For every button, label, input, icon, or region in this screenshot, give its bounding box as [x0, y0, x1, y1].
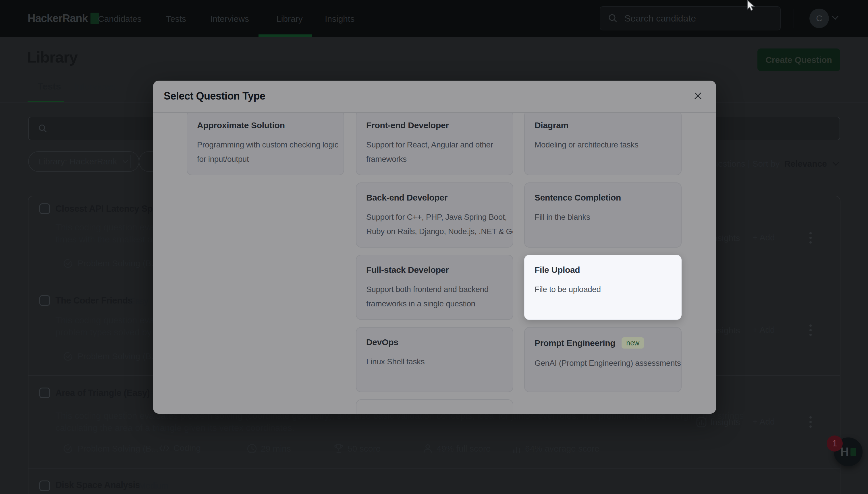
- question-desc-line: This coding question evalua: [55, 315, 166, 326]
- card-desc-line: Linux Shell tasks: [366, 355, 503, 369]
- question-desc-line: calculating the area of a triangle given…: [55, 423, 294, 433]
- nav-item-tests[interactable]: Tests: [166, 14, 186, 24]
- new-badge: new: [621, 337, 644, 348]
- row-divider: [29, 469, 840, 469]
- nav-item-candidates[interactable]: Candidates: [98, 14, 142, 24]
- question-checkbox[interactable]: [39, 480, 50, 491]
- card-title: File Upload: [535, 265, 671, 275]
- card-title: Diagram: [535, 120, 671, 130]
- difficulty-label: Easy: [130, 297, 148, 306]
- card-desc-line: Ruby on Rails, Django, Node.js, .NET & G…: [366, 224, 503, 239]
- card-title: Sentence Completion: [535, 193, 671, 203]
- card-desc-line: Support for React, Angular and other: [366, 138, 503, 152]
- hackerrank-logo[interactable]: HackerRank: [28, 0, 99, 37]
- insights-button[interactable]: Insights: [696, 417, 740, 428]
- question-type-card-file-upload[interactable]: File Upload File to be uploaded: [524, 255, 682, 320]
- card-desc-line: File to be uploaded: [535, 282, 671, 297]
- card-desc-line: Programming with custom checking logic: [197, 138, 334, 152]
- sort-label: Questions | Sort by: [707, 159, 780, 169]
- question-type-card-approximate-solution[interactable]: Approximate Solution Programming with cu…: [187, 113, 344, 175]
- full-score-stat: 49% full score: [422, 443, 491, 454]
- card-desc-line: Fill in the blanks: [535, 210, 671, 224]
- average-score-stat: 64% average score: [512, 443, 599, 454]
- question-type-card-back-end-developer[interactable]: Back-end Developer Support for C++, PHP,…: [356, 183, 513, 248]
- card-title: Back-end Developer: [366, 193, 503, 203]
- question-checkbox[interactable]: [39, 295, 50, 306]
- sort-value-dropdown[interactable]: Relevance: [784, 159, 827, 169]
- difficulty-label: Medium: [139, 481, 168, 491]
- card-title: Prompt Engineering: [535, 338, 615, 348]
- question-type-card-prompt-engineering[interactable]: Prompt Engineering new GenAI (Prompt Eng…: [524, 327, 682, 392]
- nav-divider: [794, 8, 794, 28]
- card-desc-line: Support for C++, PHP, Java Spring Boot,: [366, 210, 503, 224]
- add-button[interactable]: + Add: [753, 325, 775, 335]
- card-desc-line: for input/output: [197, 152, 334, 166]
- question-title[interactable]: The Coder Friends: [55, 296, 133, 306]
- card-desc-line: Modeling or architecture tasks: [535, 138, 671, 152]
- kebab-menu-icon[interactable]: [809, 415, 813, 430]
- library-filter-label: Library: HackerRank: [38, 157, 117, 166]
- tab-tests[interactable]: Tests: [38, 81, 61, 92]
- page-title: Library: [27, 48, 77, 66]
- card-desc-line: GenAI (Prompt Engineering) assessments: [535, 356, 671, 370]
- question-type-card-diagram[interactable]: Diagram Modeling or architecture tasks: [524, 113, 682, 175]
- question-title[interactable]: Area of Triangle (Easy): [55, 388, 150, 398]
- candidate-search-input[interactable]: [624, 13, 773, 24]
- library-filter-dropdown[interactable]: Library: HackerRank: [28, 151, 139, 172]
- nav-item-insights[interactable]: Insights: [325, 14, 355, 24]
- modal-title: Select Question Type: [164, 90, 265, 102]
- time-stat: 29 mins: [247, 443, 291, 454]
- question-title[interactable]: Closest API Latency Spikes: [55, 204, 170, 214]
- question-type-card-sentence-completion[interactable]: Sentence Completion Fill in the blanks: [524, 183, 682, 248]
- insights-chart-icon: [696, 417, 707, 428]
- mouse-cursor: [746, 0, 757, 13]
- clock-icon: [247, 443, 257, 454]
- create-question-button[interactable]: Create Question: [757, 49, 840, 71]
- kebab-menu-icon[interactable]: [809, 231, 813, 245]
- question-checkbox[interactable]: [39, 203, 50, 214]
- close-icon[interactable]: [693, 91, 703, 100]
- nav-item-library[interactable]: Library: [276, 14, 303, 24]
- target-icon: [62, 351, 74, 362]
- trophy-icon: [333, 443, 344, 454]
- target-icon: [62, 258, 74, 269]
- question-type-card-full-stack-developer[interactable]: Full-stack Developer Support both fronte…: [356, 255, 513, 320]
- user-avatar[interactable]: C: [809, 8, 829, 28]
- question-type-grid: Approximate Solution Programming with cu…: [153, 113, 716, 414]
- top-nav: HackerRank Candidates Tests Interviews L…: [0, 0, 868, 37]
- question-type-card-partial[interactable]: [356, 399, 513, 414]
- person-icon: [422, 443, 433, 454]
- question-title[interactable]: Disk Space Analysis: [55, 480, 140, 490]
- sort-row: Questions | Sort by Relevance: [707, 159, 840, 169]
- add-button[interactable]: + Add: [753, 233, 775, 242]
- logo-text: HackerRank: [28, 12, 88, 25]
- account-chevron-down-icon[interactable]: [831, 15, 839, 21]
- question-skill-tag: Problem Solving (B...: [62, 258, 159, 269]
- nav-item-interviews[interactable]: Interviews: [210, 14, 249, 24]
- select-question-type-modal: Select Question Type Approximate Solutio…: [153, 81, 716, 414]
- question-type-card-devops[interactable]: DevOps Linux Shell tasks: [356, 327, 513, 392]
- question-skill-tag: Problem Solving (B...: [62, 351, 159, 362]
- score-stat: 50 score: [333, 443, 381, 454]
- question-checkbox[interactable]: [39, 387, 50, 398]
- question-desc-line: This coding question evalua: [55, 222, 166, 233]
- search-icon: [38, 124, 48, 133]
- question-desc-line: problem types solved by tw: [55, 327, 163, 338]
- card-desc-line: frameworks in a single question: [366, 297, 503, 311]
- notification-badge: 1: [827, 436, 843, 452]
- tab-interviews[interactable]: Interviews: [74, 81, 115, 92]
- kebab-menu-icon[interactable]: [809, 323, 813, 338]
- add-button[interactable]: + Add: [753, 417, 775, 426]
- avatar-initial: C: [816, 14, 822, 23]
- code-icon: [159, 443, 170, 453]
- coding-stat: Coding: [159, 443, 201, 453]
- widget-logo-green-block-icon: [850, 448, 856, 456]
- card-title: Front-end Developer: [366, 120, 503, 130]
- question-type-card-front-end-developer[interactable]: Front-end Developer Support for React, A…: [356, 113, 513, 175]
- card-title: Full-stack Developer: [366, 265, 503, 275]
- search-icon: [608, 13, 618, 23]
- chevron-down-icon[interactable]: [832, 161, 840, 167]
- filter-divider: [130, 155, 131, 168]
- bar-chart-icon: [512, 443, 522, 454]
- question-desc-line: times with the smallest abso: [55, 234, 167, 245]
